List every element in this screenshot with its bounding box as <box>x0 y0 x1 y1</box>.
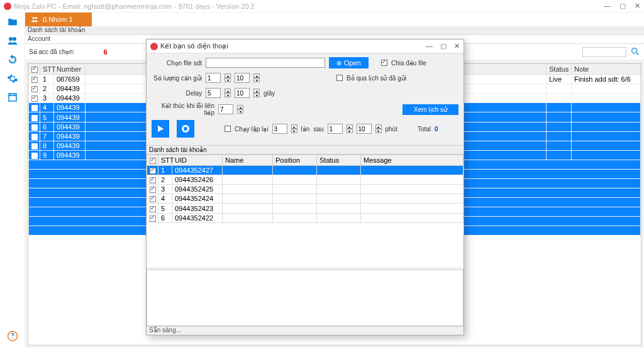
svg-point-3 <box>12 337 13 339</box>
row-checkbox[interactable] <box>31 115 38 121</box>
tab-group-0[interactable]: 0.Nhóm 1 <box>25 13 92 26</box>
row-checkbox[interactable] <box>31 134 38 140</box>
stop-on-fail-label: Kết thúc khi lỗi liên tiếp <box>152 102 214 116</box>
spinner[interactable]: ▴▾ <box>347 124 353 134</box>
window-minimize-button[interactable]: — <box>604 2 611 10</box>
file-path-input[interactable] <box>206 58 325 68</box>
table-row[interactable]: 50944352423 <box>147 204 464 213</box>
gear-icon[interactable] <box>6 72 19 85</box>
svg-point-6 <box>632 48 637 53</box>
app-logo-icon <box>150 43 158 50</box>
tab-label: 0.Nhóm 1 <box>43 16 73 23</box>
repeat-checkbox[interactable] <box>225 126 231 132</box>
folder-icon[interactable] <box>6 15 19 29</box>
row-checkbox[interactable] <box>31 105 38 111</box>
col-stt[interactable]: STT <box>158 155 172 166</box>
spinner[interactable]: ▴▾ <box>253 88 260 98</box>
spinner[interactable]: ▴▾ <box>225 73 231 83</box>
dialog-accounts-grid[interactable]: STT UID Name Position Status Message 109… <box>147 155 464 267</box>
add-friend-dialog: Kết bạn số điện thoại — ▢ ✕ Chọn file sd… <box>146 39 464 335</box>
spinner[interactable]: ▴▾ <box>225 88 231 98</box>
dialog-title: Kết bạn số điện thoại <box>160 42 228 50</box>
window-maximize-button[interactable]: ▢ <box>619 2 626 10</box>
row-checkbox[interactable] <box>150 187 156 193</box>
delay-label: Delay <box>152 90 202 97</box>
col-number[interactable]: Number <box>54 64 86 75</box>
search-icon[interactable] <box>630 46 640 58</box>
app-title: Ninja Zalo PC - Email: nghiatt@phanmemni… <box>14 3 255 10</box>
qty-label: Số lượng cần gửi <box>152 75 202 82</box>
split-file-label: Chia đều file <box>391 60 426 67</box>
col-position[interactable]: Position <box>273 155 317 166</box>
col-note[interactable]: Note <box>572 64 641 75</box>
svg-point-5 <box>35 17 38 19</box>
dialog-titlebar[interactable]: Kết bạn số điện thoại — ▢ ✕ <box>147 40 464 53</box>
row-checkbox[interactable] <box>31 95 38 102</box>
row-checkbox[interactable] <box>150 177 156 183</box>
row-checkbox[interactable] <box>31 153 38 159</box>
row-checkbox[interactable] <box>150 215 156 222</box>
col-checkbox[interactable] <box>150 158 156 164</box>
stop-on-fail-input[interactable]: 7 <box>218 104 233 114</box>
row-checkbox[interactable] <box>31 86 38 92</box>
qty-min-input[interactable]: 1 <box>206 73 221 83</box>
selected-count-value: 6 <box>104 48 108 56</box>
play-button[interactable] <box>152 120 169 138</box>
stop-button[interactable] <box>177 120 194 138</box>
tab-strip: 0.Nhóm 1 <box>25 13 644 26</box>
dialog-close-button[interactable]: ✕ <box>454 42 460 50</box>
dialog-log-area <box>147 269 464 326</box>
skip-history-checkbox[interactable] <box>336 75 343 81</box>
col-checkbox <box>29 64 40 75</box>
delay-min-input[interactable]: 5 <box>206 88 221 98</box>
spinner[interactable]: ▴▾ <box>291 124 297 134</box>
spinner[interactable]: ▴▾ <box>253 73 260 83</box>
table-row[interactable]: 10944352427 <box>147 166 464 175</box>
row-checkbox[interactable] <box>150 196 156 202</box>
row-checkbox[interactable] <box>31 143 38 150</box>
after-max-input[interactable]: 10 <box>357 124 372 134</box>
table-row[interactable]: 40944352424 <box>147 194 464 204</box>
users-icon[interactable] <box>6 34 19 48</box>
delay-max-input[interactable]: 10 <box>235 88 250 98</box>
row-checkbox[interactable] <box>150 168 156 174</box>
col-stt[interactable]: STT <box>40 64 54 75</box>
dialog-section-title: Danh sách tài khoản <box>147 145 464 155</box>
row-checkbox[interactable] <box>150 206 156 212</box>
search-input[interactable] <box>582 47 626 57</box>
row-checkbox[interactable] <box>31 77 38 83</box>
split-file-checkbox[interactable] <box>381 60 387 66</box>
table-row[interactable]: 20944352426 <box>147 175 464 185</box>
selected-count-label: Số acc đã chọn: <box>29 48 75 55</box>
sidebar <box>0 13 25 348</box>
view-history-button[interactable]: Xem lịch sử <box>402 104 458 115</box>
total-label: Total <box>418 126 431 133</box>
col-status[interactable]: Status <box>317 155 361 166</box>
repeat-count-input[interactable]: 3 <box>272 124 287 134</box>
skip-history-label: Bỏ qua lịch sử đã gửi <box>347 75 406 82</box>
total-value: 0 <box>435 126 438 133</box>
svg-point-1 <box>13 37 16 41</box>
app-titlebar: Ninja Zalo PC - Email: nghiatt@phanmemni… <box>0 0 644 13</box>
spinner[interactable]: ▴▾ <box>375 124 382 134</box>
col-name[interactable]: Name <box>223 155 273 166</box>
dialog-status-bar: Sẵn sàng... <box>147 326 464 335</box>
dialog-minimize-button[interactable]: — <box>426 42 433 50</box>
open-file-button[interactable]: ⊕ Open <box>329 57 369 68</box>
row-checkbox[interactable] <box>31 124 38 131</box>
col-message[interactable]: Message <box>361 155 464 166</box>
col-uid[interactable]: UID <box>172 155 223 166</box>
qty-max-input[interactable]: 10 <box>235 73 250 83</box>
col-status[interactable]: Status <box>547 64 572 75</box>
svg-point-4 <box>33 17 35 19</box>
table-row[interactable]: 60944352422 <box>147 213 464 222</box>
calendar-icon[interactable] <box>6 90 19 104</box>
help-icon[interactable] <box>6 329 19 343</box>
window-close-button[interactable]: ✕ <box>635 2 640 10</box>
dialog-maximize-button[interactable]: ▢ <box>440 42 447 50</box>
spinner[interactable]: ▴▾ <box>237 104 243 114</box>
after-min-input[interactable]: 1 <box>328 124 343 134</box>
table-row[interactable]: 30944352425 <box>147 185 464 194</box>
breadcrumb: Danh sách tài khoản <box>25 26 644 35</box>
refresh-icon[interactable] <box>6 53 19 67</box>
